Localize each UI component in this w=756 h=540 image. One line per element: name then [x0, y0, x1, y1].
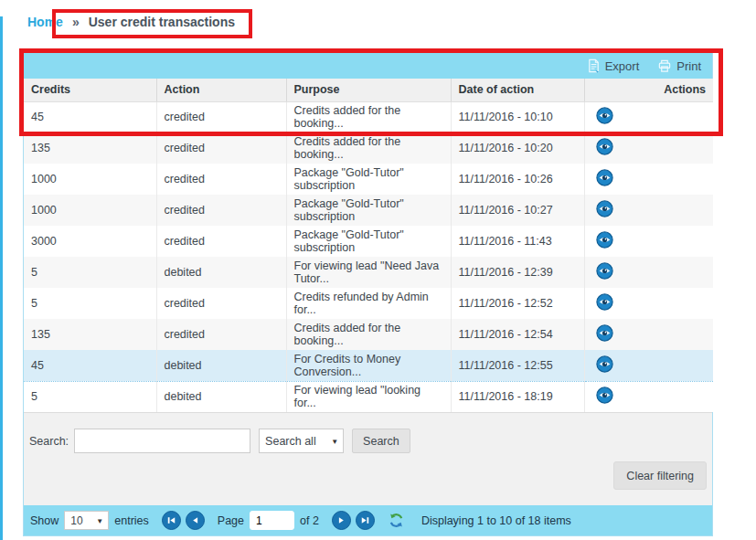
breadcrumb-separator: » [72, 15, 80, 29]
cell-purpose: For Credits to Money Conversion... [286, 350, 451, 381]
cell-date: 11/11/2016 - 10:20 [451, 132, 584, 164]
search-input[interactable] [74, 429, 250, 453]
cell-purpose: Credits refunded by Admin for... [286, 288, 451, 319]
column-header-actions: Actions [584, 79, 713, 101]
cell-actions [584, 195, 713, 226]
search-panel: Search: Search all ▼ Search Clear filter… [24, 412, 712, 505]
table-row[interactable]: 5 debited For viewing lead "Need Java Tu… [24, 257, 713, 288]
table-row[interactable]: 1000 credited Package "Gold-Tutor" subsc… [24, 195, 713, 226]
cell-date: 11/11/2016 - 12:39 [451, 257, 584, 288]
table-row[interactable]: 5 debited For viewing lead "looking for.… [24, 381, 713, 412]
cell-action: credited [156, 226, 286, 257]
page-size-select-wrap: 10 ▼ [64, 511, 109, 530]
show-label: Show [30, 514, 59, 527]
last-page-button[interactable] [356, 511, 375, 530]
cell-purpose: Credits added for the booking... [286, 319, 451, 350]
cell-date: 11/11/2016 - 10:10 [451, 101, 584, 132]
cell-action: credited [156, 195, 286, 226]
cell-actions [584, 350, 713, 381]
table-row[interactable]: 5 credited Credits refunded by Admin for… [24, 288, 713, 319]
next-page-button[interactable] [332, 511, 351, 530]
cell-purpose: Package "Gold-Tutor" subscription [286, 195, 451, 226]
view-details-eye-icon[interactable] [596, 324, 613, 342]
breadcrumb-home-link[interactable]: Home [27, 15, 63, 29]
cell-credits: 45 [24, 101, 156, 132]
cell-date: 11/11/2016 - 18:19 [451, 381, 584, 412]
cell-credits: 3000 [24, 226, 156, 257]
page-number-input[interactable] [250, 511, 294, 530]
cell-credits: 1000 [24, 195, 156, 226]
cell-credits: 5 [24, 288, 156, 319]
view-details-eye-icon[interactable] [596, 262, 613, 280]
search-category-select-wrap: Search all ▼ [259, 429, 344, 453]
cell-actions [584, 381, 713, 412]
breadcrumb: Home»User credit transactions [27, 15, 235, 29]
table-row[interactable]: 1000 credited Package "Gold-Tutor" subsc… [24, 164, 713, 195]
cell-purpose: Credits added for the booking... [286, 101, 451, 132]
transactions-table-widget: Export Print Credits Action Purpose Date… [23, 52, 713, 536]
cell-actions [584, 132, 713, 164]
cell-action: credited [156, 164, 286, 195]
view-details-eye-icon[interactable] [596, 386, 613, 404]
view-details-eye-icon[interactable] [596, 169, 613, 186]
search-category-select[interactable]: Search all [259, 429, 344, 453]
table-row-selected[interactable]: 45 debited For Credits to Money Conversi… [24, 350, 713, 381]
cell-credits: 1000 [24, 164, 156, 195]
view-details-eye-icon[interactable] [596, 231, 613, 249]
table-row[interactable]: 45 credited Credits added for the bookin… [24, 101, 713, 132]
export-button[interactable]: Export [587, 58, 640, 73]
cell-purpose: For viewing lead "looking for... [286, 381, 451, 412]
pagination-bar: Show 10 ▼ entries Page of 2 [24, 505, 712, 535]
cell-actions [584, 319, 713, 350]
cell-actions [584, 226, 713, 257]
cell-action: credited [156, 132, 286, 164]
cell-credits: 5 [24, 257, 156, 288]
refresh-icon[interactable] [388, 512, 405, 529]
view-details-eye-icon[interactable] [596, 200, 613, 217]
table-row[interactable]: 135 credited Credits added for the booki… [24, 132, 713, 164]
export-document-icon [587, 58, 601, 73]
cell-action: credited [156, 319, 286, 350]
table-row[interactable]: 135 credited Credits added for the booki… [24, 319, 713, 350]
cell-actions [584, 288, 713, 319]
cell-credits: 135 [24, 319, 156, 350]
page-title: User credit transactions [89, 15, 235, 29]
first-page-button[interactable] [162, 511, 181, 530]
cell-credits: 135 [24, 132, 156, 164]
view-details-eye-icon[interactable] [596, 107, 613, 124]
transactions-table: Credits Action Purpose Date of action Ac… [24, 79, 713, 412]
cell-credits: 45 [24, 350, 156, 381]
cell-date: 11/11/2016 - 10:26 [451, 164, 584, 195]
entries-label: entries [114, 514, 149, 527]
cell-purpose: Credits added for the booking... [286, 132, 451, 164]
table-row[interactable]: 3000 credited Package "Gold-Tutor" subsc… [24, 226, 713, 257]
page-left-accent-bar [0, 16, 3, 540]
cell-purpose: Package "Gold-Tutor" subscription [286, 164, 451, 195]
cell-actions [584, 101, 713, 132]
table-toolbar: Export Print [24, 53, 712, 79]
view-details-eye-icon[interactable] [596, 138, 613, 155]
cell-action: credited [156, 101, 286, 132]
column-header-date[interactable]: Date of action [451, 79, 584, 101]
previous-page-button[interactable] [186, 511, 205, 530]
clear-filtering-button[interactable]: Clear filtering [613, 461, 707, 490]
page-size-select[interactable]: 10 [64, 511, 109, 530]
cell-actions [584, 257, 713, 288]
export-label: Export [605, 59, 640, 73]
page-label: Page [218, 514, 244, 527]
view-details-eye-icon[interactable] [596, 293, 613, 311]
column-header-action[interactable]: Action [156, 79, 286, 101]
cell-action: credited [156, 288, 286, 319]
cell-action: debited [156, 350, 286, 381]
cell-date: 11/11/2016 - 12:54 [451, 319, 584, 350]
page-of-total: of 2 [300, 514, 319, 527]
cell-purpose: Package "Gold-Tutor" subscription [286, 226, 451, 257]
column-header-credits[interactable]: Credits [24, 79, 156, 101]
view-details-eye-icon[interactable] [596, 355, 613, 373]
column-header-purpose[interactable]: Purpose [286, 79, 451, 101]
cell-credits: 5 [24, 381, 156, 412]
search-button[interactable]: Search [352, 429, 410, 453]
cell-action: debited [156, 381, 286, 412]
pagination-status: Displaying 1 to 10 of 18 items [421, 514, 571, 527]
print-button[interactable]: Print [657, 59, 701, 73]
